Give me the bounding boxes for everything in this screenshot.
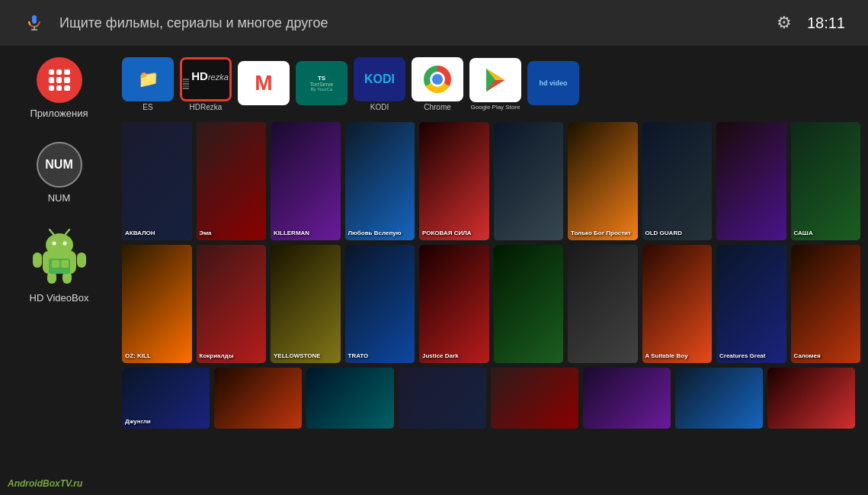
svg-point-6 <box>62 242 66 246</box>
svg-rect-10 <box>77 252 86 268</box>
videobox-icon-box: hd video <box>527 61 579 105</box>
android-mascot-icon <box>29 227 90 288</box>
movie-card[interactable]: OZ: KILL <box>122 245 192 363</box>
filmstrip-icon <box>183 79 189 89</box>
num-text: NUM <box>45 158 72 172</box>
app-videobox[interactable]: hd video <box>527 61 579 107</box>
mic-icon[interactable] <box>23 11 46 34</box>
svg-rect-0 <box>32 15 37 24</box>
movie-card[interactable]: OLD GUARD <box>642 122 713 240</box>
grid-dot <box>56 85 62 91</box>
movies-row-2: OZ: KILLКокриалдыYELLOWSTONETRATOJustice… <box>122 245 860 363</box>
videobox-text: hd video <box>539 79 567 87</box>
movie-card[interactable]: АКВАЛОН <box>122 122 192 240</box>
movie-card[interactable] <box>491 368 578 429</box>
movie-poster: Любовь Вслепую <box>345 122 415 240</box>
movie-poster: Creatures Great <box>716 245 786 363</box>
movies-row-3: Джунгли <box>122 368 860 429</box>
main-content: Приложения NUM NUM <box>0 46 868 495</box>
movie-poster: YELLOWSTONE <box>271 245 341 363</box>
content-area: 📁 ES <box>118 46 868 495</box>
svg-line-8 <box>66 230 69 234</box>
grid-dot <box>49 69 54 75</box>
svg-line-7 <box>50 230 53 234</box>
movie-card[interactable]: Только Бог Простит <box>568 122 638 240</box>
app-torrserve[interactable]: TS TorrServe By YourCa <box>296 61 348 107</box>
movie-poster: Джунгли <box>122 368 210 429</box>
movie-card[interactable] <box>675 368 763 429</box>
movie-poster <box>399 368 486 429</box>
movie-card[interactable]: Creatures Great <box>716 245 786 363</box>
gmail-m-icon: M <box>255 71 272 95</box>
hdvideobox-label: HD VideoBox <box>30 292 89 304</box>
movie-title: OLD GUARD <box>645 230 709 237</box>
grid-dot <box>49 77 54 82</box>
movie-poster: САША <box>791 122 861 240</box>
app-playstore[interactable]: Google Play Store <box>469 58 521 111</box>
movie-card[interactable] <box>767 368 855 429</box>
movie-poster: OZ: KILL <box>122 245 192 363</box>
movie-title: A Suitable Boy <box>645 353 709 360</box>
movie-title: Любовь Вслепую <box>348 230 412 237</box>
movie-card[interactable]: TRATO <box>345 245 415 363</box>
movie-poster: KILLERMAN <box>271 122 341 240</box>
movie-card[interactable] <box>399 368 486 429</box>
movie-card[interactable]: A Suitable Boy <box>642 245 713 363</box>
movie-poster <box>568 245 638 363</box>
sidebar-num[interactable]: NUM NUM <box>37 142 82 204</box>
movie-title: Только Бог Простит <box>571 230 635 237</box>
movie-card[interactable]: KILLERMAN <box>271 122 341 240</box>
movie-poster: РОКОВАЯ СИЛА <box>419 122 489 240</box>
search-bar: Ищите фильмы, сериалы и многое другое ⚙ … <box>0 0 868 46</box>
movie-poster <box>675 368 763 429</box>
app-kodi[interactable]: KODI KODI <box>354 57 405 111</box>
apps-grid <box>49 69 70 91</box>
videobox-inner: hd video <box>527 61 579 105</box>
app-gmail[interactable]: M <box>238 61 290 107</box>
movie-poster: A Suitable Boy <box>642 245 713 363</box>
movie-card[interactable]: Любовь Вслепую <box>345 122 415 240</box>
movie-title: Кокриалды <box>200 353 264 360</box>
movie-poster: Только Бог Простит <box>568 122 638 240</box>
movie-title: Эма <box>200 230 264 237</box>
app-hdrezka[interactable]: HD rezka HDRezka <box>180 57 232 111</box>
movie-poster: TRATO <box>345 245 415 363</box>
watermark: AndroidBoxTV.ru <box>8 478 82 489</box>
movie-poster: АКВАЛОН <box>122 122 192 240</box>
movie-card[interactable]: YELLOWSTONE <box>271 245 341 363</box>
movie-card[interactable] <box>494 245 564 363</box>
movie-card[interactable]: Кокриалды <box>197 245 267 363</box>
gear-icon[interactable]: ⚙ <box>777 13 792 33</box>
num-icon: NUM <box>37 142 82 188</box>
sidebar-hdvideobox[interactable]: HD VideoBox <box>29 227 90 304</box>
movies-row-1: АКВАЛОНЭмаKILLERMANЛюбовь ВслепуюРОКОВАЯ… <box>122 122 860 240</box>
hdrezka-label: HDRezka <box>190 103 223 111</box>
movie-card[interactable] <box>494 122 564 240</box>
movie-title: Джунгли <box>125 419 207 426</box>
movie-card[interactable] <box>306 368 394 429</box>
search-placeholder: Ищите фильмы, сериалы и многое другое <box>59 15 777 31</box>
sidebar-apps[interactable]: Приложения <box>30 57 88 119</box>
movie-card[interactable] <box>568 245 638 363</box>
movie-card[interactable]: РОКОВАЯ СИЛА <box>419 122 489 240</box>
movie-card[interactable] <box>583 368 671 429</box>
movie-card[interactable]: САША <box>791 122 861 240</box>
movie-card[interactable]: Эма <box>197 122 267 240</box>
playstore-label: Google Play Store <box>471 104 520 111</box>
torrserve-by: TorrServe <box>310 82 333 87</box>
movie-card[interactable]: Justice Dark <box>419 245 489 363</box>
movie-poster: OLD GUARD <box>642 122 713 240</box>
movie-card[interactable]: Джунгли <box>122 368 210 429</box>
movie-poster: Эма <box>197 122 267 240</box>
movie-card[interactable] <box>716 122 786 240</box>
kodi-label: KODI <box>370 103 389 111</box>
torrserve-ts: TS <box>318 75 325 82</box>
filemanager-label: ES <box>143 103 152 111</box>
app-filemanager[interactable]: 📁 ES <box>122 57 174 111</box>
movie-card[interactable] <box>214 368 302 429</box>
filemanager-icon-box: 📁 <box>122 57 174 101</box>
movie-card[interactable]: Саломея <box>791 245 861 363</box>
grid-dot <box>64 77 69 82</box>
filemanager-symbol: 📁 <box>138 69 159 89</box>
app-chrome[interactable]: Chrome <box>412 57 463 111</box>
